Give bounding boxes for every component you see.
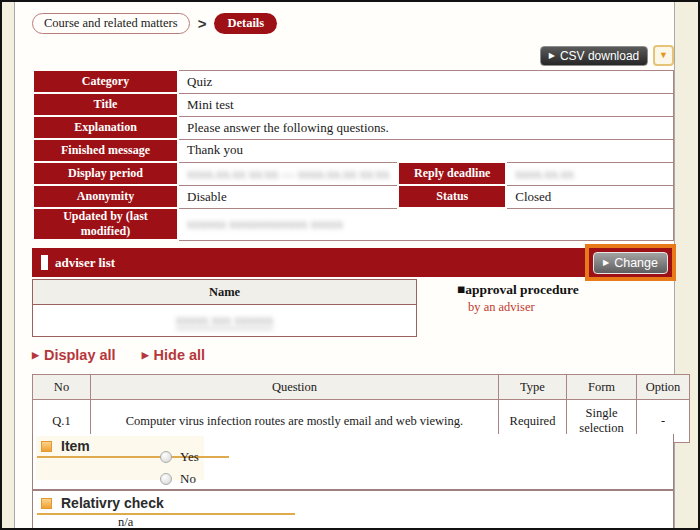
table-row: Title Mini test <box>33 93 674 116</box>
redacted-text: xxxxxx xxxxxxxxxxxx xxxxx <box>187 216 343 231</box>
breadcrumb-parent-link[interactable]: Course and related matters <box>32 13 190 34</box>
change-button-highlight: ▶ Change <box>585 244 676 281</box>
play-icon: ▶ <box>549 52 555 60</box>
redacted-text: xxxx.xx.xx xx:xx — xxxx.xx.xx xx:xx <box>187 166 389 181</box>
right-margin-strip <box>674 2 698 528</box>
breadcrumb: Course and related matters > Details <box>32 13 277 34</box>
orange-square-icon <box>41 498 52 509</box>
category-label: Category <box>33 70 178 93</box>
breadcrumb-current-details[interactable]: Details <box>214 13 277 34</box>
item-section-label: Item <box>41 438 90 454</box>
relativry-underline <box>37 513 295 515</box>
radio-button-icon[interactable] <box>160 451 172 463</box>
finished-message-label: Finished message <box>33 139 178 162</box>
left-margin-strip <box>2 2 15 528</box>
table-row: xxxxx xxx xxxxxx <box>33 305 416 336</box>
finished-message-value: Thank you <box>178 139 674 162</box>
updated-by-label: Updated by (last modified) <box>33 208 178 240</box>
col-header-no: No <box>33 375 91 400</box>
table-row: Anonymity Disable Status Closed <box>33 185 674 208</box>
csv-download-label: CSV download <box>560 49 639 63</box>
play-icon: ▶ <box>603 259 609 267</box>
name-column-header: Name <box>33 280 416 305</box>
radio-label-yes: Yes <box>180 449 199 465</box>
details-table: Category Quiz Title Mini test Explanatio… <box>32 69 674 241</box>
redacted-text: xxxx.xx.xx <box>515 166 574 181</box>
page: Course and related matters > Details ▶ C… <box>0 0 700 530</box>
display-period-value: xxxx.xx.xx xx:xx — xxxx.xx.xx xx:xx <box>178 162 398 185</box>
item-title: Item <box>61 438 90 454</box>
question-table: No Question Type Form Option Q.1 Compute… <box>32 374 690 443</box>
status-value: Closed <box>506 185 673 208</box>
chevron-right-icon: > <box>198 15 207 32</box>
title-value: Mini test <box>178 93 674 116</box>
orange-square-icon <box>41 441 52 452</box>
hide-all-link[interactable]: ▶ Hide all <box>142 347 206 363</box>
relativry-title: Relativry check <box>61 495 164 511</box>
title-label: Title <box>33 93 178 116</box>
col-header-question: Question <box>91 375 499 400</box>
adviser-name-link[interactable]: xxxxx xxx xxxxxx <box>176 312 274 329</box>
approval-procedure-value: by an adviser <box>468 300 535 315</box>
change-button-label: Change <box>614 256 658 270</box>
adviser-name-table: Name xxxxx xxx xxxxxx <box>32 279 417 337</box>
relativry-check-section: Relativry check n/a <box>32 490 674 530</box>
radio-button-icon[interactable] <box>160 473 172 485</box>
radio-option-yes[interactable]: Yes <box>160 449 199 465</box>
change-button[interactable]: ▶ Change <box>593 252 668 274</box>
col-header-option: Option <box>637 375 690 400</box>
col-header-form: Form <box>567 375 637 400</box>
status-label: Status <box>398 185 506 208</box>
display-all-label: Display all <box>44 347 116 363</box>
hide-all-label: Hide all <box>154 347 206 363</box>
section-marker-icon <box>41 255 48 270</box>
category-value: Quiz <box>178 70 674 93</box>
relativry-value: n/a <box>118 515 133 530</box>
table-row: Display period xxxx.xx.xx xx:xx — xxxx.x… <box>33 162 674 185</box>
table-row: Explanation Please answer the following … <box>33 116 674 139</box>
quick-links: ▶ Display all ▶ Hide all <box>32 347 205 363</box>
reply-deadline-value: xxxx.xx.xx <box>506 162 673 185</box>
item-section: Item Yes No <box>32 434 674 490</box>
display-period-label: Display period <box>33 162 178 185</box>
updated-by-value: xxxxxx xxxxxxxxxxxx xxxxx <box>178 208 674 240</box>
table-row: Finished message Thank you <box>33 139 674 162</box>
radio-option-no[interactable]: No <box>160 471 196 487</box>
display-all-link[interactable]: ▶ Display all <box>32 347 116 363</box>
explanation-label: Explanation <box>33 116 178 139</box>
anonymity-value: Disable <box>178 185 398 208</box>
play-icon: ▶ <box>142 350 149 360</box>
play-icon: ▶ <box>32 350 39 360</box>
table-row: Updated by (last modified) xxxxxx xxxxxx… <box>33 208 674 240</box>
anonymity-label: Anonymity <box>33 185 178 208</box>
explanation-value: Please answer the following questions. <box>178 116 674 139</box>
col-header-type: Type <box>499 375 567 400</box>
csv-download-button[interactable]: ▶ CSV download <box>540 46 648 66</box>
table-row: Category Quiz <box>33 70 674 93</box>
adviser-list-title: adviser list <box>55 255 115 271</box>
radio-label-no: No <box>180 471 196 487</box>
relativry-section-label: Relativry check <box>41 495 164 511</box>
csv-dropdown-button[interactable]: ▼ <box>653 45 674 66</box>
caret-down-icon: ▼ <box>659 51 668 60</box>
adviser-list-header: adviser list <box>32 248 674 277</box>
approval-procedure-title: ■approval procedure <box>457 282 579 298</box>
item-underline <box>37 456 229 458</box>
table-header-row: No Question Type Form Option <box>33 375 690 400</box>
reply-deadline-label: Reply deadline <box>398 162 506 185</box>
